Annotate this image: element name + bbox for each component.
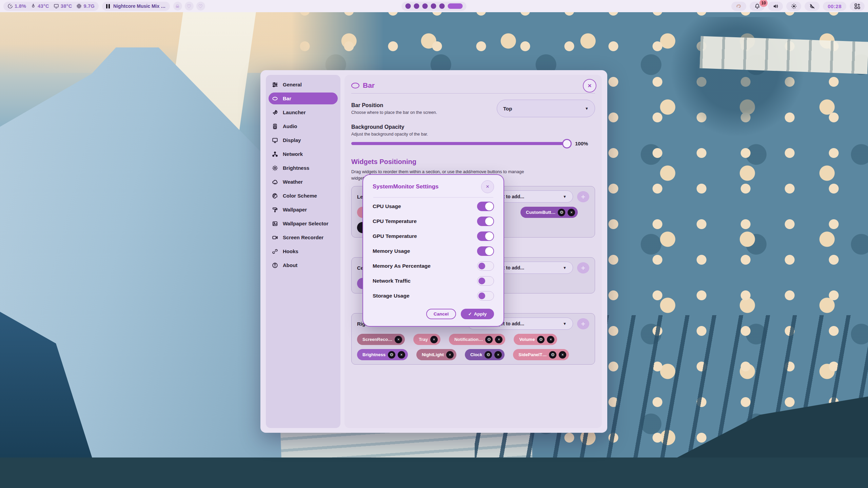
gear-icon[interactable]: ⚙: [485, 336, 493, 343]
sidebar-item-launcher[interactable]: Launcher: [269, 105, 338, 119]
remove-widget-icon[interactable]: ×: [559, 351, 566, 359]
sidebar-item-hooks[interactable]: Hooks: [269, 244, 338, 258]
slider-knob[interactable]: [562, 139, 572, 148]
toggle-switch[interactable]: [477, 217, 494, 226]
chip-icon: [76, 3, 82, 9]
gear-icon[interactable]: ⚙: [537, 336, 545, 343]
gear-icon[interactable]: ⚙: [549, 351, 556, 359]
sidebar-item-display[interactable]: Display: [269, 133, 338, 147]
remove-widget-icon[interactable]: ×: [446, 351, 454, 359]
gauge-icon: [7, 3, 13, 9]
wallpaper-wall: [0, 47, 305, 488]
sidebar-item-weather[interactable]: Weather: [269, 175, 338, 189]
top-bar-center: [402, 0, 467, 12]
background-opacity-block: Background Opacity Adjust the background…: [351, 124, 595, 146]
widget-chip-sidepanelt[interactable]: SidePanelT…⚙×: [513, 349, 569, 360]
sidebar-item-audio[interactable]: Audio: [269, 119, 338, 133]
toggle-switch[interactable]: [477, 261, 494, 271]
volume-button[interactable]: [768, 2, 783, 11]
remove-widget-icon[interactable]: ×: [430, 336, 438, 343]
gear-icon[interactable]: ⚙: [558, 209, 565, 216]
remove-widget-icon[interactable]: ×: [398, 351, 405, 359]
workspaces-indicator[interactable]: [402, 2, 467, 11]
sidebar-item-network[interactable]: Network: [269, 147, 338, 161]
sidebar-item-brightness[interactable]: Brightness: [269, 161, 338, 175]
bar-position-row: Bar Position Choose where to place the b…: [351, 100, 595, 117]
gear-icon[interactable]: ⚙: [388, 351, 395, 359]
moon-off-icon: [809, 3, 815, 9]
workspace-dot[interactable]: [414, 3, 419, 9]
widget-chip-custombutt[interactable]: CustomButt…⚙×: [520, 207, 578, 218]
remove-widget-icon[interactable]: ×: [568, 209, 575, 216]
toggle-row-network-traffic: Network Traffic: [373, 273, 494, 288]
notifications-button[interactable]: 10: [750, 2, 765, 11]
apply-label: Apply: [474, 311, 487, 317]
skull-button[interactable]: ☠: [173, 2, 182, 11]
widget-chip-brightness[interactable]: Brightness⚙×: [357, 349, 408, 360]
remove-widget-icon[interactable]: ×: [547, 336, 554, 343]
toggle-row-memory-as-percentage: Memory As Percentage: [373, 259, 494, 273]
sidebar-item-general[interactable]: General: [269, 78, 338, 92]
monitor2-icon: [272, 137, 278, 143]
gear-icon[interactable]: ⚙: [485, 351, 492, 359]
toggle-switch[interactable]: [477, 276, 494, 286]
apply-button[interactable]: ✓ Apply: [461, 309, 494, 319]
workspace-dot[interactable]: [431, 3, 436, 9]
workspace-dot[interactable]: [439, 3, 445, 9]
sidebar-item-bar[interactable]: Bar: [269, 93, 338, 104]
remove-widget-icon[interactable]: ×: [495, 336, 502, 343]
media-player-pill[interactable]: Nightcore Music Mix 20…: [102, 2, 170, 11]
brightness-button[interactable]: [786, 2, 801, 11]
background-opacity-slider[interactable]: [351, 142, 570, 145]
tray-app-button[interactable]: [731, 2, 746, 11]
widget-chip-clock[interactable]: Clock⚙×: [465, 349, 505, 360]
modal-close-button[interactable]: ×: [481, 180, 494, 193]
toggle-switch[interactable]: [477, 231, 494, 241]
widget-chip-notification[interactable]: Notification…⚙×: [449, 334, 506, 345]
chip-label: NightLight: [422, 352, 444, 357]
clock[interactable]: 00:28: [823, 2, 846, 11]
widget-chip-nightlight[interactable]: NightLight×: [416, 349, 456, 360]
sidebar-item-color-scheme[interactable]: Color Scheme: [269, 189, 338, 203]
toggle-switch[interactable]: [477, 246, 494, 256]
widget-chip-tray[interactable]: Tray×: [413, 334, 440, 345]
chip-label: Brightness: [362, 352, 386, 357]
add-widget-button[interactable]: +: [577, 318, 589, 329]
wallpaper-ledge: [0, 139, 202, 226]
toggle-label: Memory Usage: [373, 248, 410, 254]
widget-chip-volume[interactable]: Volume⚙×: [514, 334, 557, 345]
widget-chip-screenreco[interactable]: ScreenReco…×: [357, 334, 405, 345]
sidebar-item-wallpaper[interactable]: Wallpaper: [269, 203, 338, 217]
sidebar-item-wallpaper-selector[interactable]: Wallpaper Selector: [269, 217, 338, 230]
sidebar-item-about[interactable]: About: [269, 258, 338, 272]
toggle-knob: [478, 292, 485, 299]
workspace-dot[interactable]: [406, 3, 411, 9]
wallpaper-dark-branches: [665, 17, 810, 149]
sidebar-item-screen-recorder[interactable]: Screen Recorder: [269, 230, 338, 244]
sidebar-item-label: Screen Recorder: [283, 235, 323, 240]
cancel-button[interactable]: Cancel: [426, 309, 456, 319]
bar-position-dropdown[interactable]: Top ▼: [497, 100, 595, 117]
bell-icon: [754, 3, 760, 9]
heart-button[interactable]: ♡: [196, 2, 205, 11]
speaker-icon: [773, 3, 778, 9]
stat-value: 9.7G: [83, 3, 95, 9]
system-stats-pill[interactable]: 1.8%43°C38°C9.7G: [3, 2, 99, 11]
heart-button[interactable]: ♡: [185, 2, 194, 11]
add-widget-button[interactable]: +: [577, 191, 589, 202]
apps-dashboard-button[interactable]: [850, 2, 865, 11]
stat-value: 1.8%: [15, 3, 26, 9]
workspace-dot[interactable]: [422, 3, 428, 9]
toggle-label: CPU Usage: [373, 203, 401, 209]
toggle-switch[interactable]: [477, 291, 494, 301]
remove-widget-icon[interactable]: ×: [395, 336, 402, 343]
page-title: Bar: [363, 81, 375, 89]
window-close-button[interactable]: ×: [583, 79, 596, 93]
remove-widget-icon[interactable]: ×: [494, 351, 502, 359]
workspace-active[interactable]: [448, 3, 463, 9]
toggle-switch[interactable]: [477, 202, 494, 211]
wallpaper-dark-wall: [0, 312, 102, 488]
add-widget-button[interactable]: +: [577, 262, 589, 273]
stat-value: 43°C: [38, 3, 49, 9]
night-light-button[interactable]: [805, 2, 820, 11]
